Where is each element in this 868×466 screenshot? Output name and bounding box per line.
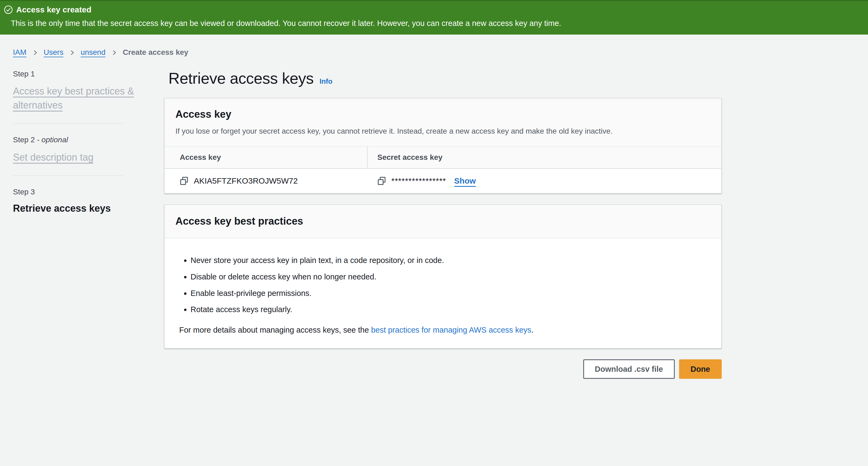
info-link[interactable]: Info [319, 77, 333, 86]
table-row: AKIA5FTZFKO3ROJW5W72 **************** Sh… [165, 169, 721, 193]
access-key-card-header: Access key If you lose or forget your se… [165, 98, 721, 147]
step2-optional-text: - optional [37, 135, 68, 144]
chevron-right-icon [69, 50, 75, 56]
column-header-access-key: Access key [165, 147, 368, 168]
footer-note-suffix: . [531, 325, 534, 334]
best-practices-card-body: Never store your access key in plain tex… [165, 239, 721, 348]
footer-note-prefix: For more details about managing access k… [179, 325, 371, 334]
breadcrumb-current: Create access key [123, 48, 188, 57]
check-circle-icon [4, 5, 13, 14]
wizard-step-2: Step 2 - optional Set description tag [13, 135, 151, 164]
page-title: Retrieve access keys [168, 69, 314, 87]
best-practices-card: Access key best practices Never store yo… [164, 205, 722, 348]
step3-active-title: Retrieve access keys [13, 202, 151, 215]
access-key-cell: AKIA5FTZFKO3ROJW5W72 [165, 176, 368, 185]
list-item: Disable or delete access key when no lon… [191, 272, 707, 282]
column-header-secret-access-key: Secret access key [368, 147, 721, 168]
step2-link[interactable]: Set description tag [13, 152, 93, 163]
banner-title-row: Access key created [4, 5, 857, 14]
breadcrumb-link-users[interactable]: Users [44, 48, 63, 57]
copy-access-key-button[interactable] [180, 177, 188, 185]
secret-key-cell: **************** Show [368, 176, 721, 185]
step1-link[interactable]: Access key best practices & alternatives [13, 86, 134, 111]
show-secret-link[interactable]: Show [454, 176, 476, 185]
copy-secret-key-button[interactable] [377, 177, 386, 185]
action-buttons-row: Download .csv file Done [164, 359, 722, 379]
chevron-right-icon [111, 50, 117, 56]
breadcrumb-link-iam[interactable]: IAM [13, 48, 26, 57]
access-key-card-description: If you lose or forget your secret access… [176, 126, 710, 136]
best-practices-card-header: Access key best practices [165, 205, 721, 239]
step2-label-text: Step 2 [13, 135, 35, 144]
download-csv-button[interactable]: Download .csv file [583, 359, 675, 379]
footer-note: For more details about managing access k… [179, 325, 707, 335]
secret-access-key-masked: **************** [391, 176, 446, 185]
chevron-right-icon [32, 50, 38, 56]
page-root: Access key created This is the only time… [0, 0, 868, 379]
list-item: Enable least-privilege permissions. [191, 289, 707, 298]
access-key-value: AKIA5FTZFKO3ROJW5W72 [194, 176, 298, 185]
done-button[interactable]: Done [679, 359, 722, 379]
table-header-row: Access key Secret access key [165, 147, 721, 169]
wizard-step-3: Step 3 Retrieve access keys [13, 187, 151, 215]
access-key-card: Access key If you lose or forget your se… [164, 98, 722, 194]
step2-label: Step 2 - optional [13, 135, 151, 145]
banner-title: Access key created [16, 5, 92, 14]
best-practices-list: Never store your access key in plain tex… [179, 256, 707, 314]
content-area: Step 1 Access key best practices & alter… [0, 69, 868, 379]
page-title-row: Retrieve access keys Info [164, 69, 722, 87]
wizard-step-1: Step 1 Access key best practices & alter… [13, 69, 151, 113]
divider [13, 123, 124, 124]
wizard-steps-sidebar: Step 1 Access key best practices & alter… [13, 69, 164, 215]
breadcrumb-link-unsend[interactable]: unsend [81, 48, 105, 57]
step1-label: Step 1 [13, 69, 151, 79]
step3-label: Step 3 [13, 187, 151, 197]
list-item: Rotate access keys regularly. [191, 305, 707, 314]
list-item: Never store your access key in plain tex… [191, 256, 707, 265]
breadcrumb: IAM Users unsend Create access key [13, 48, 868, 57]
main-column: Retrieve access keys Info Access key If … [164, 69, 722, 379]
success-banner: Access key created This is the only time… [0, 0, 868, 35]
divider [13, 175, 124, 176]
access-key-card-title: Access key [176, 108, 710, 121]
best-practices-card-title: Access key best practices [176, 215, 710, 227]
best-practices-link[interactable]: best practices for managing AWS access k… [371, 325, 531, 334]
banner-message: This is the only time that the secret ac… [4, 18, 857, 29]
